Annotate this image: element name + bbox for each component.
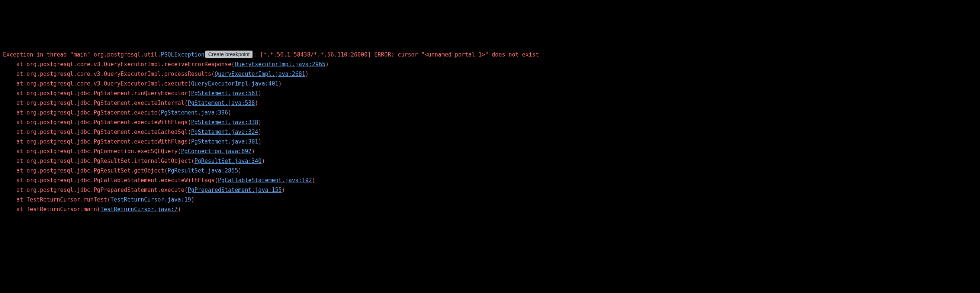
frame-close: ) xyxy=(312,177,315,184)
frame-method: org.postgresql.jdbc.PgStatement.execute( xyxy=(26,109,161,116)
stack-frame: at TestReturnCursor.runTest(TestReturnCu… xyxy=(3,195,977,204)
stack-frame: at org.postgresql.jdbc.PgPreparedStateme… xyxy=(3,185,977,195)
frame-source-link[interactable]: PgResultSet.java:340 xyxy=(194,158,262,164)
frame-close: ) xyxy=(258,129,261,135)
frame-method: TestReturnCursor.main( xyxy=(26,206,100,213)
frame-method: org.postgresql.core.v3.QueryExecutorImpl… xyxy=(26,80,191,87)
frame-method: org.postgresql.jdbc.PgConnection.execSQL… xyxy=(26,148,181,154)
frame-close: ) xyxy=(258,119,261,126)
frame-close: ) xyxy=(278,80,282,87)
frame-method: org.postgresql.core.v3.QueryExecutorImpl… xyxy=(26,71,215,77)
frame-close: ) xyxy=(238,167,241,174)
frame-source-link[interactable]: PgPreparedStatement.java:155 xyxy=(188,187,282,193)
exception-prefix: Exception in thread "main" org.postgresq… xyxy=(3,51,161,58)
frame-close: ) xyxy=(282,187,285,193)
frame-close: ) xyxy=(255,100,258,106)
frame-at: at xyxy=(3,61,26,68)
frame-method: org.postgresql.jdbc.PgStatement.executeW… xyxy=(26,139,191,145)
frame-close: ) xyxy=(191,196,194,203)
frame-at: at xyxy=(3,129,26,135)
frame-at: at xyxy=(3,196,26,203)
stack-frame: at org.postgresql.jdbc.PgStatement.execu… xyxy=(3,108,977,118)
frame-source-link[interactable]: TestReturnCursor.java:19 xyxy=(110,196,191,203)
frame-source-link[interactable]: QueryExecutorImpl.java:401 xyxy=(191,80,278,87)
frame-close: ) xyxy=(261,158,265,164)
frame-at: at xyxy=(3,90,26,97)
frame-method: org.postgresql.jdbc.PgStatement.executeW… xyxy=(26,119,191,126)
stack-frame: at org.postgresql.jdbc.PgResultSet.getOb… xyxy=(3,166,977,175)
frame-source-link[interactable]: PgStatement.java:324 xyxy=(191,129,258,135)
frame-method: org.postgresql.jdbc.PgPreparedStatement.… xyxy=(26,187,188,193)
frame-method: org.postgresql.jdbc.PgResultSet.internal… xyxy=(26,158,194,164)
stack-frame: at org.postgresql.jdbc.PgStatement.execu… xyxy=(3,118,977,127)
frame-method: org.postgresql.jdbc.PgStatement.runQuery… xyxy=(26,90,191,97)
stack-frame: at org.postgresql.core.v3.QueryExecutorI… xyxy=(3,79,977,89)
stack-frame: at org.postgresql.jdbc.PgStatement.execu… xyxy=(3,137,977,146)
frame-method: org.postgresql.core.v3.QueryExecutorImpl… xyxy=(26,61,235,68)
frame-method: org.postgresql.jdbc.PgResultSet.getObjec… xyxy=(26,167,167,174)
stack-frame: at org.postgresql.jdbc.PgCallableStateme… xyxy=(3,175,977,185)
exception-class-link[interactable]: PSQLException xyxy=(161,51,204,58)
frame-close: ) xyxy=(228,109,231,116)
frame-at: at xyxy=(3,167,26,174)
stack-frame: at org.postgresql.core.v3.QueryExecutorI… xyxy=(3,69,977,79)
stack-trace-console: Exception in thread "main" org.postgresq… xyxy=(0,48,980,216)
frame-method: org.postgresql.jdbc.PgCallableStatement.… xyxy=(26,177,218,184)
create-breakpoint-button[interactable]: Create breakpoint xyxy=(205,51,253,58)
frame-at: at xyxy=(3,148,26,154)
frame-source-link[interactable]: PgStatement.java:538 xyxy=(188,100,255,106)
frame-at: at xyxy=(3,119,26,126)
frame-method: TestReturnCursor.runTest( xyxy=(26,196,110,203)
frame-at: at xyxy=(3,139,26,145)
frame-close: ) xyxy=(178,206,181,213)
exception-message: : [*.*.56.1:58438/*.*.56.110:26000] ERRO… xyxy=(253,51,539,58)
frame-source-link[interactable]: QueryExecutorImpl.java:2681 xyxy=(215,71,305,77)
frame-at: at xyxy=(3,100,26,106)
frame-close: ) xyxy=(251,148,255,154)
frame-close: ) xyxy=(305,71,309,77)
frame-source-link[interactable]: PgStatement.java:396 xyxy=(161,109,228,116)
frame-source-link[interactable]: PgResultSet.java:2855 xyxy=(168,167,239,174)
frame-source-link[interactable]: PgStatement.java:338 xyxy=(191,119,258,126)
frame-close: ) xyxy=(258,139,261,145)
frame-source-link[interactable]: PgStatement.java:301 xyxy=(191,139,258,145)
frame-source-link[interactable]: TestReturnCursor.java:7 xyxy=(100,206,178,213)
stack-frame: at TestReturnCursor.main(TestReturnCurso… xyxy=(3,204,977,214)
frame-at: at xyxy=(3,80,26,87)
frame-at: at xyxy=(3,177,26,184)
frame-source-link[interactable]: PgConnection.java:692 xyxy=(181,148,252,154)
stack-frame: at org.postgresql.jdbc.PgStatement.execu… xyxy=(3,98,977,108)
stack-frame: at org.postgresql.jdbc.PgResultSet.inter… xyxy=(3,156,977,166)
stack-frame: at org.postgresql.jdbc.PgStatement.execu… xyxy=(3,127,977,137)
exception-header-line: Exception in thread "main" org.postgresq… xyxy=(3,50,977,59)
stack-frame: at org.postgresql.core.v3.QueryExecutorI… xyxy=(3,59,977,69)
frame-source-link[interactable]: PgStatement.java:561 xyxy=(191,90,258,97)
frame-at: at xyxy=(3,206,26,213)
stack-frame: at org.postgresql.jdbc.PgStatement.runQu… xyxy=(3,89,977,98)
stack-frame: at org.postgresql.jdbc.PgConnection.exec… xyxy=(3,146,977,156)
frame-at: at xyxy=(3,187,26,193)
frame-at: at xyxy=(3,109,26,116)
frame-source-link[interactable]: PgCallableStatement.java:192 xyxy=(218,177,312,184)
frame-at: at xyxy=(3,71,26,77)
frame-source-link[interactable]: QueryExecutorImpl.java:2965 xyxy=(235,61,325,68)
frame-method: org.postgresql.jdbc.PgStatement.executeC… xyxy=(26,129,191,135)
frame-close: ) xyxy=(325,61,329,68)
frame-at: at xyxy=(3,158,26,164)
frame-close: ) xyxy=(258,90,261,97)
frame-method: org.postgresql.jdbc.PgStatement.executeI… xyxy=(26,100,188,106)
